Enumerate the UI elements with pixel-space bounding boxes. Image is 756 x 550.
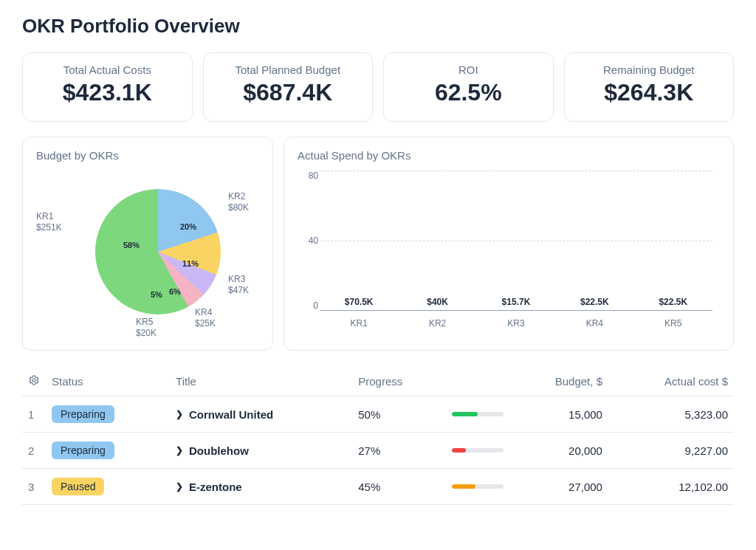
row-title-text: Cornwall United (189, 408, 273, 421)
bar-title: Actual Spend by OKRs (298, 149, 720, 162)
status-badge: Preparing (52, 441, 114, 459)
bar-value-label: $22.5K (659, 297, 687, 307)
table-row[interactable]: 3Paused❯E-zentone45%27,00012,102.00 (22, 469, 734, 505)
chevron-right-icon[interactable]: ❯ (176, 481, 183, 492)
row-index: 3 (22, 469, 46, 505)
chevron-right-icon[interactable]: ❯ (176, 445, 183, 456)
row-budget: 20,000 (509, 433, 608, 469)
pie-pct-kr4: 6% (169, 287, 181, 296)
row-progress: 50% (352, 396, 446, 433)
row-actual: 12,102.00 (608, 469, 734, 505)
bar-container: $70.5K$40K$15.7K$22.5K$22.5K (320, 171, 712, 311)
row-actual: 9,227.00 (608, 433, 734, 469)
row-status: Preparing (46, 396, 170, 433)
bar-col-kr1: $70.5K (322, 297, 396, 310)
row-index: 2 (22, 433, 46, 469)
row-index: 1 (22, 396, 46, 433)
kpi-row: Total Actual Costs $423.1K Total Planned… (22, 52, 734, 122)
row-progress-bar (446, 469, 509, 505)
bar-y-axis: 80 40 0 (298, 171, 318, 311)
pie-pct-kr1: 58% (123, 241, 140, 250)
bar-col-kr3: $15.7K (479, 297, 553, 310)
kpi-card-planned-budget: Total Planned Budget $687.4K (203, 52, 374, 122)
chevron-right-icon[interactable]: ❯ (176, 409, 183, 419)
progress-track (452, 484, 504, 489)
pie-pct-kr2: 20% (180, 222, 196, 231)
pie-pct-kr3: 11% (182, 259, 199, 268)
row-progress: 45% (352, 469, 446, 505)
bar-x-label: KR3 (479, 318, 553, 329)
row-status: Preparing (46, 433, 170, 469)
kpi-value: $423.1K (36, 79, 179, 106)
table-row[interactable]: 2Preparing❯Doublehow27%20,0009,227.00 (22, 433, 734, 469)
bar-chart: 80 40 0 $70.5K$40K$15.7K$22.5K$22.5K KR1… (320, 171, 712, 326)
kpi-label: Total Actual Costs (36, 63, 179, 76)
row-title-text: E-zentone (189, 481, 242, 493)
table-header-row: Status Title Progress Budget, $ Actual c… (22, 367, 734, 396)
th-title[interactable]: Title (170, 367, 352, 396)
th-actual[interactable]: Actual cost $ (608, 367, 734, 396)
y-tick: 40 (298, 236, 318, 246)
row-actual: 5,323.00 (608, 396, 734, 433)
kpi-value: $264.3K (578, 79, 721, 106)
pie-ext-kr3: KR3$47K (228, 274, 249, 296)
bar-col-kr5: $22.5K (636, 297, 710, 310)
bar-panel: Actual Spend by OKRs 80 40 0 $70.5K$40K$… (284, 137, 734, 351)
svg-point-0 (32, 379, 35, 382)
kpi-value: $687.4K (217, 79, 360, 106)
pie-panel: Budget by OKRs 58% 20% 11% 6% 5% KR1$251… (22, 137, 273, 351)
kpi-label: ROI (397, 63, 540, 76)
y-tick: 0 (298, 300, 318, 311)
kpi-card-remaining-budget: Remaining Budget $264.3K (564, 52, 735, 122)
row-budget: 15,000 (509, 396, 608, 433)
kpi-value: 62.5% (397, 79, 540, 106)
kpi-label: Total Planned Budget (217, 63, 360, 76)
progress-track (452, 412, 504, 416)
pie-ext-kr5: KR5$20K (136, 317, 157, 339)
kpi-card-roi: ROI 62.5% (383, 52, 554, 122)
th-budget[interactable]: Budget, $ (509, 367, 608, 396)
gear-icon (28, 376, 40, 388)
row-progress: 27% (352, 433, 446, 469)
row-title[interactable]: ❯E-zentone (170, 469, 352, 505)
bar-x-label: KR2 (401, 318, 475, 329)
row-budget: 27,000 (509, 469, 608, 505)
bar-x-label: KR1 (322, 318, 396, 329)
pie-ext-kr2: KR2$80K (228, 191, 249, 213)
status-badge: Preparing (52, 405, 114, 423)
table-row[interactable]: 1Preparing❯Cornwall United50%15,0005,323… (22, 396, 734, 433)
row-progress-bar (446, 396, 509, 433)
bar-col-kr2: $40K (401, 297, 475, 310)
row-progress-bar (446, 433, 509, 469)
row-title-text: Doublehow (189, 444, 249, 457)
bar-x-labels: KR1KR2KR3KR4KR5 (320, 318, 712, 329)
kpi-card-actual-costs: Total Actual Costs $423.1K (22, 52, 193, 122)
row-title[interactable]: ❯Doublehow (170, 433, 352, 469)
th-status[interactable]: Status (46, 367, 170, 396)
okr-table: Status Title Progress Budget, $ Actual c… (22, 367, 734, 505)
table-header-gear[interactable] (22, 367, 46, 396)
bar-value-label: $40K (427, 297, 448, 307)
progress-fill (452, 484, 475, 489)
pie-ext-kr1: KR1$251K (36, 211, 62, 233)
row-title[interactable]: ❯Cornwall United (170, 396, 352, 433)
progress-pct: 27% (358, 444, 388, 457)
progress-pct: 50% (358, 408, 388, 421)
status-badge: Paused (52, 478, 104, 495)
progress-fill (452, 412, 478, 416)
progress-pct: 45% (358, 481, 388, 493)
progress-fill (452, 448, 466, 453)
pie-ext-kr4: KR4$25K (195, 307, 216, 329)
bar-x-label: KR4 (557, 318, 631, 329)
pie-chart: 58% 20% 11% 6% 5% KR1$251K KR2$80K KR3$4… (36, 171, 259, 333)
bar-value-label: $15.7K (502, 297, 531, 307)
y-tick: 80 (298, 171, 318, 181)
pie-pct-kr5: 5% (151, 290, 162, 299)
pie-title: Budget by OKRs (36, 149, 259, 162)
row-status: Paused (46, 469, 170, 505)
page-title: OKR Portfolio Overview (22, 15, 734, 38)
progress-track (452, 448, 504, 453)
bar-col-kr4: $22.5K (557, 297, 631, 310)
th-progress[interactable]: Progress (352, 367, 446, 396)
bar-value-label: $22.5K (580, 297, 609, 307)
